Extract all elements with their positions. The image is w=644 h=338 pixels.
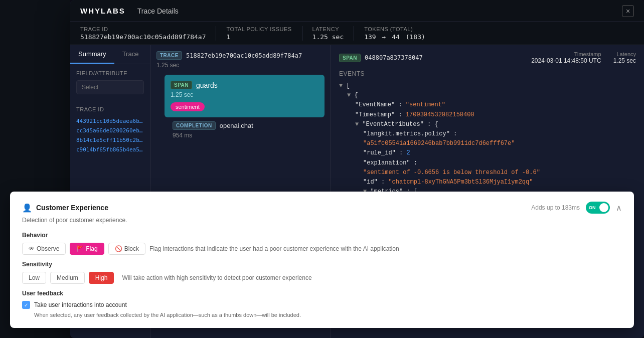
timestamp-label: Timestamp	[531, 51, 601, 57]
trace-id-section: Trace ID 443921cc10d5deaea6b567... cc3d5…	[70, 100, 150, 160]
completion-duration: 954 ms	[173, 132, 325, 139]
toggle-switch[interactable]: ON	[586, 202, 610, 214]
json-bracket-open: ▼ [	[339, 81, 636, 91]
popup-title-area: 👤 Customer Experience	[22, 203, 108, 213]
tab-summary[interactable]: Summary	[70, 45, 114, 64]
user-feedback-description: When selected, any user feedback collect…	[34, 312, 622, 318]
checkbox-label: Take user interactions into account	[34, 301, 127, 308]
popup-card: 👤 Customer Experience Adds up to 183ms O…	[10, 192, 634, 328]
checkbox-checked[interactable]: ✓	[22, 301, 30, 309]
span-header-left: SPAN 048807a837378047	[339, 54, 423, 62]
json-rule-id: "rule_id" : 2	[363, 148, 636, 158]
sensitivity-label: Sensitivity	[22, 261, 622, 268]
tokens-arrow: →	[382, 33, 386, 41]
tokens-value: 139 → 44 (183)	[364, 33, 425, 41]
trace-id-label: Trace ID	[80, 26, 206, 32]
field-attr-label: Field/Attribute	[76, 70, 144, 76]
trace-id-link-3[interactable]: 8b14c1e5cff11b50c2be0e...	[76, 135, 144, 145]
json-explanation-key: "explanation" :	[363, 158, 636, 168]
span-id: 048807a837378047	[365, 54, 423, 61]
modal-title: Trace Details	[137, 7, 179, 15]
observe-button[interactable]: 👁 Observe	[22, 243, 66, 255]
json-explanation-value: "sentiment of -0.6656 is below threshold…	[363, 168, 636, 178]
popup-header: 👤 Customer Experience Adds up to 183ms O…	[22, 202, 622, 214]
policy-issues-info: Total policy issues 1	[216, 26, 302, 41]
sensitivity-high[interactable]: High	[89, 272, 114, 284]
toggle-knob	[599, 203, 608, 212]
block-icon: 🚫	[115, 245, 122, 252]
observe-icon: 👁	[29, 245, 35, 252]
sensitivity-low[interactable]: Low	[22, 272, 46, 284]
user-feedback-section: User feedback ✓ Take user interactions i…	[22, 290, 622, 318]
whylabs-logo: WHYLABS	[80, 7, 125, 15]
json-id: "id" : "chatcmpl-8xyThGNA5Pm3btSl36MjyaI…	[363, 178, 636, 187]
completion-badge: COMPLETION	[173, 121, 216, 130]
user-feedback-label: User feedback	[22, 290, 622, 297]
timestamp-block: Timestamp 2024-03-01 14:48:50 UTC	[531, 51, 601, 64]
close-button[interactable]: ×	[622, 5, 634, 17]
sensitivity-row: Low Medium High Will take action with hi…	[22, 272, 622, 284]
adds-up-label: Adds up to 183ms	[531, 204, 580, 211]
sidebar-trace-id-label: Trace ID	[76, 106, 144, 112]
span-badge: SPAN	[171, 81, 192, 89]
span-timestamp-area: Timestamp 2024-03-01 14:48:50 UTC Latenc…	[531, 51, 636, 64]
behavior-description: Flag interactions that indicate the user…	[149, 245, 399, 252]
trace-id-link-2[interactable]: cc3d5a66de0200260ebf00...	[76, 126, 144, 135]
span-duration: 1.25 sec	[171, 91, 318, 98]
trace-id-link-4[interactable]: c9014bf65fb865b4ea5212...	[76, 145, 144, 154]
sensitivity-medium[interactable]: Medium	[50, 272, 85, 284]
popup-overlay: 👤 Customer Experience Adds up to 183ms O…	[0, 198, 644, 338]
trace-id-info: Trace ID 518827eb19e700ac10c05add89f784a…	[80, 26, 216, 41]
completion-name: openai.chat	[220, 122, 253, 129]
trace-id-text: 518827eb19e700ac10c05add89f784a7	[186, 52, 302, 59]
trace-badge: TRACE	[156, 51, 182, 60]
tokens-to: 44	[392, 33, 400, 41]
latency-block: Latency 1.25 sec	[613, 51, 636, 64]
toggle-label: ON	[589, 205, 596, 210]
completion-header: COMPLETION openai.chat	[173, 121, 325, 130]
latency-info: Latency 1.25 sec	[302, 26, 355, 41]
sensitivity-description: Will take action with high sensitivity t…	[122, 274, 311, 281]
events-label: Events	[339, 70, 636, 77]
popup-title: Customer Experience	[36, 204, 108, 212]
policy-issues-label: Total policy issues	[226, 26, 291, 32]
block-button[interactable]: 🚫 Block	[108, 243, 145, 255]
span-block-header: SPAN guards	[171, 81, 318, 89]
tokens-label: Tokens (total)	[364, 26, 425, 32]
field-attr-section: Field/Attribute	[70, 64, 150, 100]
block-label: Block	[124, 245, 139, 252]
tokens-info: Tokens (total) 139 → 44 (183)	[354, 26, 435, 41]
checkbox-row: ✓ Take user interactions into account	[22, 301, 622, 309]
flag-label: Flag	[86, 245, 97, 252]
span-block: SPAN guards 1.25 sec sentiment	[165, 75, 325, 117]
json-policy-value: "a51fc05541a1669246bab7bb9911dc7d6efff67…	[363, 139, 636, 148]
observe-label: Observe	[37, 245, 59, 252]
modal-header: WHYLABS Trace Details ×	[70, 0, 644, 22]
span-details-badge: SPAN	[339, 54, 361, 62]
span-latency-label: Latency	[613, 51, 636, 57]
tab-trace[interactable]: Trace	[114, 45, 147, 64]
span-name: guards	[196, 81, 218, 89]
completion-block: COMPLETION openai.chat 954 ms	[173, 121, 325, 139]
trace-header-row: TRACE 518827eb19e700ac10c05add89f784a7	[156, 51, 325, 60]
trace-info-bar: Trace ID 518827eb19e700ac10c05add89f784a…	[70, 22, 644, 45]
flag-button[interactable]: 🚩 Flag	[70, 243, 104, 255]
span-header: SPAN 048807a837378047 Timestamp 2024-03-…	[339, 51, 636, 64]
span-latency-value: 1.25 sec	[613, 57, 636, 64]
behavior-row: 👁 Observe 🚩 Flag 🚫 Block Flag interactio…	[22, 243, 622, 255]
json-timestamp: "Timestamp" : 170930453208215040​0	[355, 110, 636, 120]
json-obj-open: ▼ {	[347, 91, 636, 100]
tabs: Summary Trace	[70, 45, 150, 64]
tokens-from: 139	[364, 33, 376, 41]
trace-duration: 1.25 sec	[156, 62, 325, 69]
trace-id-value: 518827eb19e700ac10c05add89f784a7	[80, 33, 206, 41]
latency-value: 1.25 sec	[312, 33, 344, 41]
popup-header-right: Adds up to 183ms ON ∧	[531, 202, 622, 214]
behavior-label: Behavior	[22, 232, 622, 239]
field-attr-select[interactable]	[76, 80, 144, 94]
policy-issues-value: 1	[226, 33, 291, 41]
flag-icon: 🚩	[76, 245, 84, 252]
sentiment-badge: sentiment	[171, 102, 205, 111]
trace-id-link-1[interactable]: 443921cc10d5deaea6b567...	[76, 116, 144, 126]
chevron-up-icon[interactable]: ∧	[616, 203, 622, 213]
